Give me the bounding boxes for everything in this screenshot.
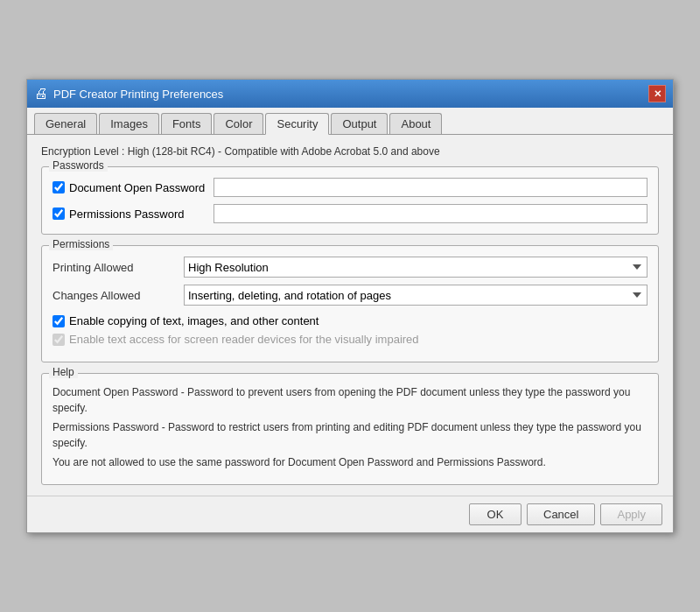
help-group-title: Help bbox=[49, 366, 78, 378]
enable-copying-label[interactable]: Enable copying of text, images, and othe… bbox=[52, 314, 648, 327]
close-button[interactable]: ✕ bbox=[648, 85, 666, 102]
changes-allowed-select[interactable]: None Inserting, deleting, and rotation o… bbox=[184, 285, 648, 306]
help-group: Help Document Open Password - Password t… bbox=[41, 373, 659, 485]
enable-text-access-text: Enable text access for screen reader dev… bbox=[69, 333, 419, 346]
enable-copying-checkbox[interactable] bbox=[52, 315, 65, 327]
printing-allowed-label: Printing Allowed bbox=[52, 261, 175, 274]
tab-about[interactable]: About bbox=[389, 113, 442, 134]
window-title: PDF Creator Printing Preferences bbox=[53, 88, 223, 101]
apply-button[interactable]: Apply bbox=[600, 503, 662, 525]
tab-fonts[interactable]: Fonts bbox=[161, 113, 213, 134]
printing-allowed-select[interactable]: Not Allowed Low Resolution High Resoluti… bbox=[184, 257, 648, 278]
main-window: 🖨 PDF Creator Printing Preferences ✕ Gen… bbox=[26, 79, 674, 533]
enable-text-access-label: Enable text access for screen reader dev… bbox=[52, 333, 648, 346]
help-line-2: Permissions Password - Password to restr… bbox=[52, 419, 648, 451]
enable-text-access-checkbox bbox=[52, 334, 65, 346]
permissions-group: Permissions Printing Allowed Not Allowed… bbox=[41, 245, 659, 362]
footer: OK Cancel Apply bbox=[27, 496, 673, 532]
permissions-password-checkbox-label[interactable]: Permissions Password bbox=[52, 208, 205, 221]
permissions-password-checkbox[interactable] bbox=[52, 208, 65, 220]
help-line-1: Document Open Password - Password to pre… bbox=[52, 384, 648, 416]
tab-security[interactable]: Security bbox=[265, 113, 329, 135]
permissions-password-label: Permissions Password bbox=[69, 208, 185, 221]
permissions-password-input[interactable] bbox=[214, 204, 648, 223]
ok-button[interactable]: OK bbox=[469, 503, 522, 525]
passwords-group-title: Passwords bbox=[49, 159, 108, 172]
passwords-group: Passwords Document Open Password Permiss… bbox=[41, 166, 659, 235]
encryption-label: Encryption Level : High (128-bit RC4) - … bbox=[41, 145, 659, 158]
document-open-input[interactable] bbox=[214, 178, 648, 197]
help-text: Document Open Password - Password to pre… bbox=[52, 384, 648, 470]
document-open-checkbox-label[interactable]: Document Open Password bbox=[52, 181, 205, 194]
tab-output[interactable]: Output bbox=[331, 113, 388, 134]
permissions-grid: Printing Allowed Not Allowed Low Resolut… bbox=[52, 257, 648, 306]
tab-color[interactable]: Color bbox=[214, 113, 263, 134]
tab-images[interactable]: Images bbox=[99, 113, 159, 134]
title-bar: 🖨 PDF Creator Printing Preferences ✕ bbox=[27, 80, 673, 108]
tab-general[interactable]: General bbox=[34, 113, 97, 134]
cancel-button[interactable]: Cancel bbox=[527, 503, 595, 525]
title-bar-buttons: ✕ bbox=[648, 85, 666, 102]
enable-copying-text: Enable copying of text, images, and othe… bbox=[69, 314, 318, 327]
title-bar-left: 🖨 PDF Creator Printing Preferences bbox=[34, 86, 223, 102]
document-open-checkbox[interactable] bbox=[52, 181, 65, 193]
document-open-label: Document Open Password bbox=[69, 181, 205, 194]
content-area: Encryption Level : High (128-bit RC4) - … bbox=[27, 135, 673, 496]
passwords-grid: Document Open Password Permissions Passw… bbox=[52, 178, 648, 223]
permissions-group-title: Permissions bbox=[49, 238, 113, 250]
changes-allowed-label: Changes Allowed bbox=[52, 289, 175, 302]
help-line-3: You are not allowed to use the same pass… bbox=[52, 454, 648, 470]
printer-icon: 🖨 bbox=[34, 86, 48, 102]
tab-bar: General Images Fonts Color Security Outp… bbox=[27, 108, 673, 135]
